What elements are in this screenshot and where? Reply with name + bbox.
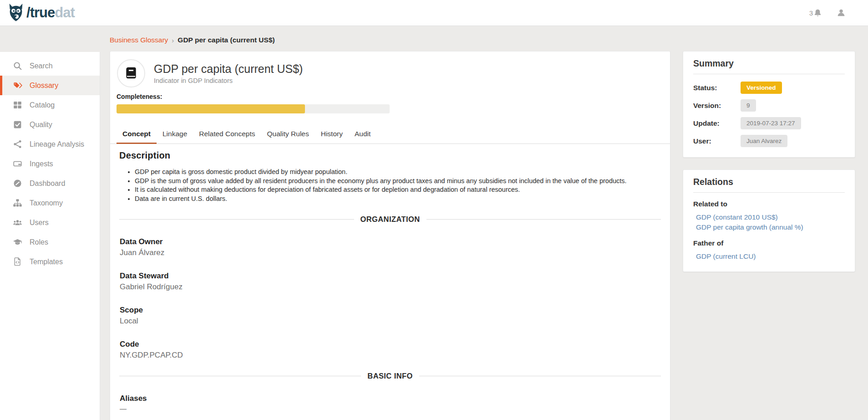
sidebar-item-dashboard[interactable]: Dashboard [0, 174, 100, 193]
concept-header: GDP per capita (current US$) Indicator i… [110, 51, 670, 91]
completeness-bar [117, 104, 390, 113]
user-menu-button[interactable] [836, 8, 846, 18]
breadcrumb-business-glossary[interactable]: Business Glossary [110, 36, 168, 44]
relation-link[interactable]: GDP (constant 2010 US$) [696, 212, 845, 222]
grid-icon [13, 100, 22, 110]
summary-panel: Summary Status: Versioned Version: 9 Upd… [683, 51, 855, 158]
notifications-button[interactable]: 3 [809, 8, 822, 18]
tab-history[interactable]: History [315, 125, 349, 144]
summary-row-user: User: Juan Alvarez [693, 135, 845, 147]
notification-count: 3 [809, 9, 813, 17]
concept-tabs: Concept Linkage Related Concepts Quality… [110, 125, 670, 144]
file-code-icon [13, 257, 22, 266]
version-badge: 9 [741, 99, 756, 112]
section-divider-basic-info: BASIC INFO [119, 372, 661, 380]
description-bullet: GDP per capita is gross domestic product… [135, 168, 661, 177]
sitemap-icon [13, 198, 22, 208]
search-icon [13, 61, 22, 71]
check-square-icon [13, 120, 22, 129]
sidebar-item-quality[interactable]: Quality [0, 115, 100, 134]
sidebar-item-lineage-analysis[interactable]: Lineage Analysis [0, 134, 100, 154]
owl-logo-icon [6, 3, 25, 22]
sidebar-item-glossary[interactable]: Glossary [0, 76, 100, 95]
sidebar-item-ingests[interactable]: Ingests [0, 154, 100, 174]
graduation-cap-icon [13, 237, 22, 247]
breadcrumb: Business Glossary › GDP per capita (curr… [110, 36, 855, 44]
tab-related-concepts[interactable]: Related Concepts [193, 125, 261, 144]
server-icon [13, 159, 22, 169]
description-heading: Description [119, 150, 661, 161]
user-icon [836, 8, 846, 18]
tab-audit[interactable]: Audit [349, 125, 376, 144]
relations-panel: Relations Related to GDP (constant 2010 … [683, 169, 855, 272]
completeness-label: Completeness: [117, 93, 664, 100]
bell-icon [813, 8, 822, 18]
field-code: Code NY.GDP.PCAP.CD [119, 340, 661, 360]
share-icon [13, 139, 22, 149]
section-divider-organization: ORGANIZATION [119, 215, 661, 224]
sidebar-item-roles[interactable]: Roles [0, 232, 100, 252]
field-data-steward: Data Steward Gabriel Rodríguez [119, 271, 661, 292]
sidebar-item-catalog[interactable]: Catalog [0, 95, 100, 115]
description-bullet: Data are in current U.S. dollars. [135, 195, 661, 204]
description-bullet: GDP is the sum of gross value added by a… [135, 177, 661, 186]
truedat-logo[interactable]: /truedat [0, 3, 75, 22]
concept-avatar [117, 59, 145, 87]
completeness-section: Completeness: [110, 91, 670, 113]
user-badge: Juan Alvarez [741, 135, 787, 147]
breadcrumb-current: GDP per capita (current US$) [178, 36, 274, 44]
page-title: GDP per capita (current US$) [154, 62, 303, 76]
description-bullet: It is calculated without making deductio… [135, 185, 661, 195]
summary-title: Summary [693, 58, 845, 74]
concept-card: GDP per capita (current US$) Indicator i… [110, 51, 670, 420]
users-icon [13, 218, 22, 227]
update-badge: 2019-07-23 17:27 [741, 117, 801, 129]
sidebar-item-users[interactable]: Users [0, 213, 100, 232]
right-column: Summary Status: Versioned Version: 9 Upd… [683, 51, 855, 272]
book-icon [124, 66, 138, 81]
tab-concept[interactable]: Concept [117, 125, 157, 144]
tab-linkage[interactable]: Linkage [157, 125, 193, 144]
breadcrumb-separator-icon: › [172, 36, 174, 44]
relation-link[interactable]: GDP (current LCU) [696, 251, 845, 261]
tab-quality-rules[interactable]: Quality Rules [261, 125, 315, 144]
summary-row-status: Status: Versioned [693, 82, 845, 94]
summary-row-update: Update: 2019-07-23 17:27 [693, 117, 845, 129]
field-aliases: Aliases — [119, 394, 661, 413]
relations-title: Relations [693, 177, 845, 193]
summary-row-version: Version: 9 [693, 99, 845, 112]
tag-icon [13, 81, 22, 90]
description-list: GDP per capita is gross domestic product… [119, 168, 661, 203]
brand-wordmark: /truedat [26, 5, 75, 21]
sidebar-item-taxonomy[interactable]: Taxonomy [0, 193, 100, 213]
sidebar-item-search[interactable]: Search [0, 56, 100, 76]
concept-subtitle: Indicator in GDP Indicators [154, 77, 303, 84]
relations-group-father-of: Father of [693, 239, 845, 247]
status-badge: Versioned [741, 82, 782, 94]
field-scope: Scope Local [119, 306, 661, 326]
relation-link[interactable]: GDP per capita growth (annual %) [696, 222, 845, 232]
sidebar-item-templates[interactable]: Templates [0, 252, 100, 271]
sidebar: Search Glossary Catalog Quality Lineage … [0, 52, 100, 420]
top-header: /truedat 3 [0, 0, 868, 26]
field-data-owner: Data Owner Juan Álvarez [119, 237, 661, 257]
relations-group-related-to: Related to [693, 200, 845, 208]
gauge-icon [13, 179, 22, 188]
completeness-bar-fill [117, 104, 305, 113]
